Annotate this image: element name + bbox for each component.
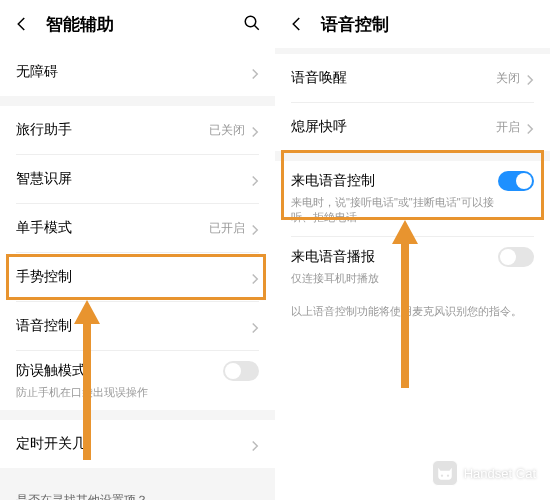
screen-voice-control: 语音控制 语音唤醒 关闭 熄屏快呼 开启 来电语音控制 来电时，说"接听电话"或… <box>275 0 550 500</box>
chevron-icon <box>526 121 534 133</box>
row-incoming-call-announce[interactable]: 来电语音播报 仅连接耳机时播放 <box>275 237 550 296</box>
toggle-call-voice-control[interactable] <box>498 171 534 191</box>
row-description: 来电时，说"接听电话"或"挂断电话"可以接听、拒绝电话 <box>291 195 498 226</box>
row-description: 仅连接耳机时播放 <box>291 271 498 286</box>
row-gesture-control[interactable]: 手势控制 <box>0 253 275 301</box>
row-travel-assistant[interactable]: 旅行助手 已关闭 <box>0 106 275 154</box>
row-incoming-call-voice-control[interactable]: 来电语音控制 来电时，说"接听电话"或"挂断电话"可以接听、拒绝电话 <box>275 161 550 236</box>
chevron-icon <box>251 66 259 78</box>
row-label: 熄屏快呼 <box>291 118 496 136</box>
row-label: 语音唤醒 <box>291 69 496 87</box>
row-label: 来电语音控制 <box>291 172 498 190</box>
row-label: 防误触模式 <box>16 362 223 380</box>
header: 智能辅助 <box>0 0 275 48</box>
row-one-hand[interactable]: 单手模式 已开启 <box>0 204 275 252</box>
chevron-icon <box>251 438 259 450</box>
row-status: 开启 <box>496 119 520 136</box>
row-label: 定时开关几 <box>16 435 251 453</box>
back-icon[interactable] <box>12 14 32 34</box>
row-label: 手势控制 <box>16 268 251 286</box>
chevron-icon <box>251 271 259 283</box>
row-status: 关闭 <box>496 70 520 87</box>
row-status: 已关闭 <box>209 122 245 139</box>
row-voice-wakeup[interactable]: 语音唤醒 关闭 <box>275 54 550 102</box>
cat-icon <box>432 460 458 486</box>
header: 语音控制 <box>275 0 550 48</box>
row-mistouch-prevention[interactable]: 防误触模式 防止手机在口袋出现误操作 <box>0 351 275 410</box>
row-accessibility[interactable]: 无障碍 <box>0 48 275 96</box>
toggle-mistouch[interactable] <box>223 361 259 381</box>
row-label: 智慧识屏 <box>16 170 251 188</box>
page-title: 语音控制 <box>321 13 538 36</box>
watermark: Handset Cat <box>432 460 536 486</box>
chevron-icon <box>526 72 534 84</box>
toggle-call-announce[interactable] <box>498 247 534 267</box>
help-box: 是否在寻找其他设置项？ 系统导航方式 <box>0 478 275 500</box>
row-label: 无障碍 <box>16 63 251 81</box>
watermark-text: Handset Cat <box>464 466 536 481</box>
back-icon[interactable] <box>287 14 307 34</box>
chevron-icon <box>251 173 259 185</box>
help-question: 是否在寻找其他设置项？ <box>16 492 259 500</box>
row-label: 来电语音播报 <box>291 248 498 266</box>
row-description: 防止手机在口袋出现误操作 <box>16 385 223 400</box>
chevron-icon <box>251 222 259 234</box>
row-voice-control[interactable]: 语音控制 <box>0 302 275 350</box>
page-title: 智能辅助 <box>46 13 243 36</box>
svg-point-0 <box>245 16 256 27</box>
screen-smart-assistance: 智能辅助 无障碍 旅行助手 已关闭 智慧识屏 单手模式 已开启 <box>0 0 275 500</box>
row-smart-screen[interactable]: 智慧识屏 <box>0 155 275 203</box>
chevron-icon <box>251 320 259 332</box>
search-icon[interactable] <box>243 14 263 34</box>
row-screen-off-quick-call[interactable]: 熄屏快呼 开启 <box>275 103 550 151</box>
row-label: 单手模式 <box>16 219 209 237</box>
footer-note: 以上语音控制功能将使用麦克风识别您的指令。 <box>275 296 550 327</box>
row-label: 语音控制 <box>16 317 251 335</box>
row-label: 旅行助手 <box>16 121 209 139</box>
chevron-icon <box>251 124 259 136</box>
row-status: 已开启 <box>209 220 245 237</box>
row-scheduled-power[interactable]: 定时开关几 <box>0 420 275 468</box>
